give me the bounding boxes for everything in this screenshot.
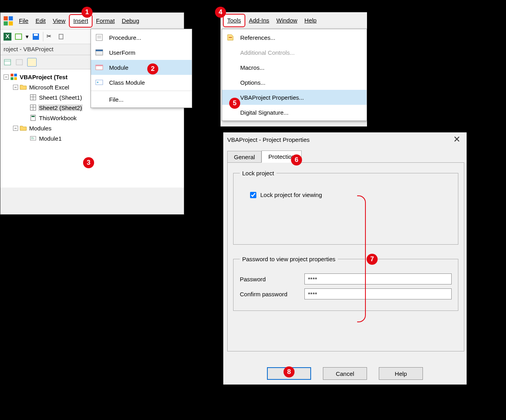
view-icon[interactable] <box>15 33 22 41</box>
collapse-icon[interactable]: − <box>13 85 18 90</box>
cancel-button[interactable]: Cancel <box>323 367 367 380</box>
blank-icon <box>226 108 235 117</box>
badge-7: 7 <box>367 254 378 265</box>
confirm-password-label: Confirm password <box>240 291 304 297</box>
svg-rect-0 <box>4 16 7 20</box>
excel-icon[interactable]: X <box>4 33 11 41</box>
insert-procedure[interactable]: Procedure... <box>91 30 192 45</box>
blank-icon <box>226 78 235 87</box>
tools-digital-signature[interactable]: Digital Signature... <box>222 105 367 120</box>
view-code-icon[interactable] <box>4 58 11 66</box>
svg-rect-2 <box>4 21 7 25</box>
badge-3: 3 <box>83 157 94 168</box>
tools-dropdown: References... Additional Controls... Mac… <box>222 29 367 121</box>
tools-macros[interactable]: Macros... <box>222 60 367 75</box>
svg-rect-28 <box>96 34 102 41</box>
project-properties-dialog: VBAProject - Project Properties ✕ Genera… <box>223 132 467 385</box>
insert-file[interactable]: File... <box>91 92 192 107</box>
callout-bracket <box>357 195 366 322</box>
cut-icon[interactable]: ✂ <box>46 33 54 41</box>
menubar-left: File Edit View Insert Format Debug <box>0 13 184 29</box>
dialog-titlebar: VBAProject - Project Properties ✕ <box>223 132 467 147</box>
tools-references[interactable]: References... <box>222 30 367 45</box>
svg-rect-34 <box>96 65 103 66</box>
tree-module1[interactable]: Module1 <box>4 133 182 143</box>
svg-rect-13 <box>11 74 13 76</box>
module-icon <box>30 135 37 142</box>
tools-project-properties[interactable]: VBAProject Properties... <box>222 90 367 105</box>
svg-rect-25 <box>30 136 36 140</box>
svg-point-36 <box>97 82 98 83</box>
menubar-right: Tools Add-Ins Window Help <box>221 12 367 29</box>
view-object-icon[interactable] <box>15 58 23 66</box>
svg-rect-15 <box>11 77 13 80</box>
tools-additional-controls: Additional Controls... <box>222 45 367 60</box>
insert-module[interactable]: Module <box>91 60 192 75</box>
tools-options[interactable]: Options... <box>222 75 367 90</box>
lock-project-checkbox[interactable] <box>250 192 256 198</box>
menu-window[interactable]: Window <box>273 15 301 26</box>
confirm-password-input[interactable] <box>304 288 452 299</box>
badge-2: 2 <box>147 63 158 74</box>
vba-project-icon <box>10 73 17 80</box>
password-group: Password to view project properties Pass… <box>233 256 458 311</box>
separator <box>43 32 43 41</box>
tree-thisworkbook[interactable]: ThisWorkbook <box>4 113 182 123</box>
tree-modules-folder[interactable]: − Modules <box>4 123 182 133</box>
worksheet-icon <box>30 94 37 101</box>
help-button[interactable]: Help <box>379 367 423 380</box>
tab-general[interactable]: General <box>227 151 261 163</box>
password-label: Password <box>240 276 304 282</box>
collapse-icon[interactable]: − <box>13 126 18 131</box>
save-icon[interactable] <box>32 33 40 41</box>
svg-rect-3 <box>9 21 13 25</box>
badge-4: 4 <box>215 7 226 18</box>
lock-project-group: Lock project Lock project for viewing <box>233 170 458 245</box>
svg-rect-14 <box>14 74 17 76</box>
svg-rect-1 <box>9 16 13 20</box>
lock-project-label: Lock project for viewing <box>260 191 322 198</box>
menu-edit[interactable]: Edit <box>32 15 49 27</box>
password-input[interactable] <box>304 273 452 284</box>
workbook-icon <box>30 114 37 121</box>
vba-app-icon <box>3 15 14 26</box>
collapse-icon[interactable]: − <box>4 74 9 80</box>
menu-file[interactable]: File <box>15 15 32 27</box>
separator <box>91 91 192 91</box>
tab-body: Lock project Lock project for viewing Pa… <box>227 162 464 351</box>
svg-rect-37 <box>229 37 232 38</box>
dropdown-arrow-icon[interactable]: ▾ <box>26 33 29 40</box>
toggle-folders-icon[interactable] <box>27 58 37 67</box>
svg-rect-8 <box>34 34 38 36</box>
menu-help[interactable]: Help <box>301 15 320 26</box>
svg-rect-12 <box>16 59 22 65</box>
svg-rect-32 <box>96 50 103 51</box>
svg-rect-16 <box>14 77 17 80</box>
tab-strip: General Protection <box>227 151 467 163</box>
menu-view[interactable]: View <box>49 15 69 27</box>
menu-addins[interactable]: Add-Ins <box>245 15 273 26</box>
insert-class-module[interactable]: Class Module <box>91 75 192 90</box>
close-icon[interactable]: ✕ <box>450 134 463 145</box>
blank-icon <box>95 95 104 104</box>
svg-rect-24 <box>32 116 35 117</box>
badge-5: 5 <box>229 98 240 109</box>
svg-rect-10 <box>4 59 11 65</box>
class-module-icon <box>95 78 104 87</box>
menu-tools[interactable]: Tools <box>223 14 245 27</box>
folder-icon <box>20 125 27 132</box>
menu-format[interactable]: Format <box>93 15 119 27</box>
svg-rect-6 <box>15 34 22 39</box>
copy-icon[interactable] <box>57 33 65 41</box>
procedure-icon <box>95 33 104 42</box>
insert-dropdown: Procedure... UserForm Module Class Modul… <box>91 29 192 108</box>
badge-6: 6 <box>291 154 302 165</box>
insert-userform[interactable]: UserForm <box>91 45 192 60</box>
folder-icon <box>20 84 27 91</box>
dialog-buttons: OK Cancel Help <box>223 367 467 380</box>
menu-debug[interactable]: Debug <box>118 15 143 27</box>
svg-rect-9 <box>59 34 63 39</box>
blank-icon <box>226 48 235 57</box>
svg-rect-35 <box>96 80 103 85</box>
password-legend: Password to view project properties <box>240 256 338 262</box>
